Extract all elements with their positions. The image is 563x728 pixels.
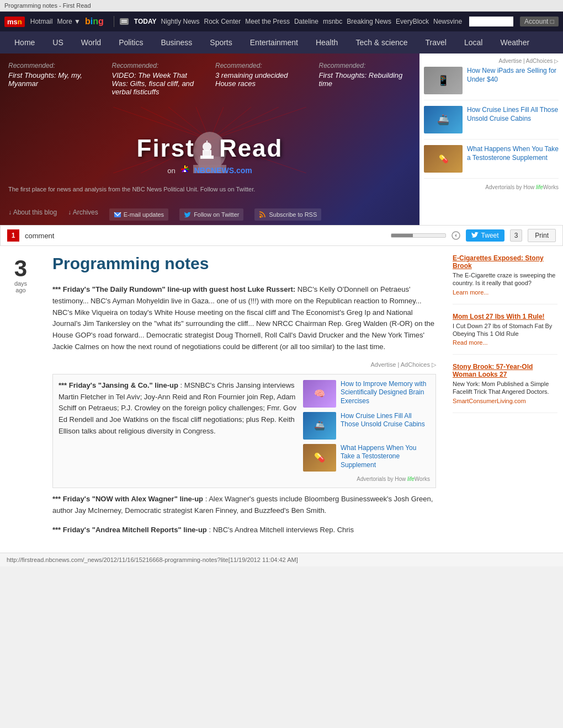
sidebar-ad-1-link[interactable]: Learn more...	[453, 289, 557, 296]
everyblock-link[interactable]: EveryBlock	[396, 18, 429, 25]
account-button[interactable]: Account □	[520, 17, 559, 26]
recommended-row: Recommended: First Thoughts: My, my, Mya…	[0, 53, 419, 99]
inline-advertise-text: Advertise | AdChoices ▷	[371, 361, 436, 368]
progress-fill	[391, 234, 413, 237]
para1-rest: NBC's Kelly O'Donnell on Petraeus' testi…	[52, 285, 434, 351]
hero-section: Recommended: First Thoughts: My, my, Mya…	[0, 53, 563, 225]
supp2-ad-thumb: 💊	[303, 444, 336, 472]
tweet-label: Tweet	[481, 232, 499, 239]
bing-logo[interactable]: bing	[85, 17, 104, 26]
sidebar-ad-2-body: I Cut Down 27 lbs of Stomach Fat By Obey…	[453, 322, 557, 338]
nav-weather[interactable]: Weather	[491, 33, 538, 52]
capitol-icon	[197, 140, 217, 160]
print-button[interactable]: Print	[528, 229, 556, 242]
article-content: Programming notes *** Friday's "The Dail…	[41, 246, 447, 553]
msn-logo[interactable]: msn	[4, 17, 25, 27]
sidebar-ad-3-link[interactable]: SmartConsumerLiving.com	[453, 398, 557, 404]
svg-rect-0	[120, 18, 129, 25]
rock-center-link[interactable]: Rock Center	[204, 18, 241, 25]
archives-link[interactable]: Archives	[68, 208, 98, 221]
main-content-wrapper: 3 days ago Programming notes *** Friday'…	[0, 246, 563, 553]
para3-bold: *** Friday's "NOW with Alex Wagner" line…	[52, 495, 203, 503]
search-input[interactable]	[469, 17, 513, 26]
inline-lifeworks-brand: life	[407, 476, 415, 482]
hero-ad-2[interactable]: 🚢 How Cruise Lines Fill All Those Unsold…	[424, 106, 559, 140]
rec-text-2[interactable]: VIDEO: The Week That Was: Gifts, fiscal …	[112, 71, 205, 96]
rec-label-2: Recommended:	[112, 62, 205, 69]
tweet-button[interactable]: Tweet	[466, 229, 504, 242]
tagline-text: The first place for news and analysis fr…	[8, 186, 255, 192]
sidebar-ad-2-link[interactable]: Read more...	[453, 339, 557, 346]
rec-label-1: Recommended:	[8, 62, 101, 69]
newsvine-link[interactable]: Newsvine	[433, 18, 462, 25]
hero-ad-3[interactable]: 💊 What Happens When You Take a Testoster…	[424, 145, 559, 179]
nav-us[interactable]: US	[44, 33, 72, 52]
hotmail-link[interactable]: Hotmail	[30, 18, 53, 25]
sidebar-ad-2-title[interactable]: Mom Lost 27 lbs With 1 Rule!	[453, 313, 557, 320]
nightly-news-link[interactable]: Nightly News	[161, 18, 199, 25]
twitter-icon	[184, 211, 192, 218]
cruise2-ad-text: How Cruise Lines Fill All Those Unsold C…	[341, 412, 430, 440]
page-title: Programming notes - First Read	[4, 2, 91, 9]
nav-health[interactable]: Health	[307, 33, 347, 52]
scroll-icon	[452, 231, 460, 240]
recommended-item-2: Recommended: VIDEO: The Week That Was: G…	[112, 62, 205, 96]
cruise-ad-thumb: 🚢	[424, 106, 463, 133]
nav-tech[interactable]: Tech & science	[347, 33, 416, 52]
progress-bar	[391, 233, 446, 238]
nav-home[interactable]: Home	[6, 33, 44, 52]
email-updates-btn[interactable]: E-mail updates	[109, 208, 168, 221]
para4-bold: *** Friday's "Andrea Mitchell Reports" l…	[52, 526, 207, 534]
nav-sports[interactable]: Sports	[201, 33, 241, 52]
dateline-link[interactable]: Dateline	[294, 18, 318, 25]
msnbc-link[interactable]: msnbc	[323, 18, 342, 25]
meet-press-link[interactable]: Meet the Press	[245, 18, 290, 25]
on-label: on	[167, 167, 175, 175]
more-link[interactable]: More ▼	[57, 18, 81, 25]
news-icon	[119, 16, 130, 27]
supp2-ad-text: What Happens When You Take a Testosteron…	[341, 444, 430, 472]
article-paragraph-3: *** Friday's "NOW with Alex Wagner" line…	[52, 494, 436, 517]
nav-world[interactable]: World	[72, 33, 110, 52]
rec-text-1[interactable]: First Thoughts: My, my, Myanmar	[8, 71, 101, 88]
sidebar-ad-2: Mom Lost 27 lbs With 1 Rule! I Cut Down …	[453, 313, 557, 355]
rec-text-3[interactable]: 3 remaining undecided House races	[215, 71, 308, 88]
rec-text-4[interactable]: First Thoughts: Rebuilding time	[319, 71, 412, 88]
sidebar-ad-3: Stony Brook: 57-Year-Old Woman Looks 27 …	[453, 363, 557, 413]
inline-ad-label[interactable]: Advertise | AdChoices ▷	[52, 361, 436, 368]
rss-btn[interactable]: Subscribe to RSS	[254, 208, 321, 221]
nav-politics[interactable]: Politics	[110, 33, 152, 52]
sidebar-ad-1-title[interactable]: E-Cigarettes Exposed: Stony Brook	[453, 254, 557, 270]
inline-ad-2[interactable]: 🚢 How Cruise Lines Fill All Those Unsold…	[303, 412, 430, 440]
follow-twitter-btn[interactable]: Follow on Twitter	[179, 208, 243, 221]
top-nav-right: Account □	[469, 17, 559, 26]
nav-entertainment[interactable]: Entertainment	[241, 33, 307, 52]
nav-travel[interactable]: Travel	[417, 33, 455, 52]
hero-logo-area: FirstRead on NBCNEWS.com	[0, 107, 419, 182]
para2-bold: *** Friday's "Jansing & Co." line-up	[59, 381, 178, 389]
svg-point-23	[259, 216, 262, 218]
days-label1: days	[6, 280, 36, 287]
hero-ad-1[interactable]: 📱 How New iPads are Selling for Under $4…	[424, 67, 559, 100]
right-sidebar: E-Cigarettes Exposed: Stony Brook The E-…	[447, 246, 563, 553]
days-label2: ago	[6, 287, 36, 293]
bottom-url-text: http://firstread.nbcnews.com/_news/2012/…	[7, 556, 298, 563]
advertise-text: Advertise | AdChoices ▷	[499, 58, 559, 64]
para1-bold: *** Friday's "The Daily Rundown" line-up…	[52, 285, 295, 293]
breaking-news-link[interactable]: Breaking News	[347, 18, 391, 25]
about-blog-link[interactable]: About this blog	[8, 208, 57, 221]
nav-business[interactable]: Business	[152, 33, 201, 52]
sidebar-ad-3-title[interactable]: Stony Brook: 57-Year-Old Woman Looks 27	[453, 363, 557, 378]
today-link[interactable]: TODAY	[134, 18, 157, 25]
nav-local[interactable]: Local	[455, 33, 491, 52]
inline-ad-1[interactable]: 🧠 How to Improve Memory with Scientifica…	[303, 380, 430, 408]
inline-ad-3[interactable]: 💊 What Happens When You Take a Testoster…	[303, 444, 430, 472]
days-number: 3	[6, 257, 36, 280]
svg-rect-19	[200, 156, 214, 159]
time-indicator: 3 days ago	[0, 246, 41, 553]
browser-title-bar: Programming notes - First Read	[0, 0, 563, 12]
comment-bar: 1 comment Tweet 3 Print	[0, 225, 563, 246]
hero-advertise-label[interactable]: Advertise | AdChoices ▷	[424, 58, 559, 64]
main-nav: Home US World Politics Business Sports E…	[0, 31, 563, 53]
article-paragraph-1: *** Friday's "The Daily Rundown" line-up…	[52, 284, 436, 353]
